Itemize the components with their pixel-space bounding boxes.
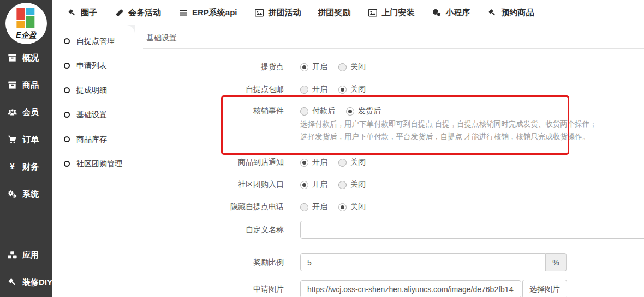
field-label: 自定义名称 bbox=[135, 225, 284, 235]
image-icon bbox=[368, 8, 378, 17]
title-divider bbox=[143, 48, 644, 49]
radio-option-off[interactable]: 关闭 bbox=[338, 62, 366, 72]
free-shipping-radio-group: 开启 关闭 bbox=[300, 84, 366, 94]
reward-ratio-input[interactable] bbox=[300, 253, 546, 271]
radio-icon bbox=[338, 86, 347, 94]
radio-option-after-payment[interactable]: 付款后 bbox=[300, 106, 335, 116]
form-row-apply-image: 申请图片 选择图片 bbox=[135, 280, 567, 297]
settings-panel: 基础设置 提货点 开启 关闭 自提点包邮 开启 关闭 核销事件 bbox=[135, 25, 644, 297]
radio-option-off[interactable]: 关闭 bbox=[338, 180, 366, 190]
radio-option-on[interactable]: 开启 bbox=[300, 202, 327, 212]
hide-phone-radio-group: 开启 关闭 bbox=[300, 202, 366, 212]
sidebar-item-finance[interactable]: ¥ 财务 bbox=[0, 153, 52, 180]
logo-pinwheel-icon bbox=[13, 7, 39, 29]
cart-icon bbox=[7, 135, 17, 144]
sidebar-item-orders[interactable]: 订单 bbox=[0, 126, 52, 153]
form-row-reward-ratio: 奖励比例 % bbox=[135, 253, 567, 271]
form-row-hide-phone: 隐藏自提点电话 开启 关闭 bbox=[135, 202, 366, 213]
form-row-custom-name: 自定义名称 bbox=[135, 221, 644, 239]
radio-option-off[interactable]: 关闭 bbox=[338, 84, 366, 94]
sidebar-item-overview[interactable]: 概况 bbox=[0, 44, 52, 71]
gavel-icon bbox=[67, 8, 77, 17]
sidebar-item-products[interactable]: 商品 bbox=[0, 71, 52, 99]
submenu-item-apply-list[interactable]: 申请列表 bbox=[52, 53, 135, 78]
sidebar-item-system[interactable]: 系统 bbox=[0, 180, 52, 208]
archive-icon bbox=[7, 81, 17, 90]
radio-option-on[interactable]: 开启 bbox=[300, 62, 327, 72]
radio-icon bbox=[300, 63, 308, 71]
radio-option-after-shipping[interactable]: 发货后 bbox=[346, 106, 381, 116]
submenu-item-community-groupon-management[interactable]: 社区团购管理 bbox=[52, 151, 135, 176]
circle-o-icon bbox=[64, 161, 70, 167]
topnav-item-groupon-reward[interactable]: 拼团奖励 bbox=[318, 8, 351, 18]
submenu-item-pickup-point-management[interactable]: 自提点管理 bbox=[52, 29, 135, 53]
circle-o-icon bbox=[64, 38, 70, 44]
radio-icon bbox=[338, 181, 347, 189]
field-label: 隐藏自提点电话 bbox=[135, 202, 284, 212]
yen-icon: ¥ bbox=[7, 162, 17, 172]
circle-o-icon bbox=[64, 136, 70, 142]
field-label: 提货点 bbox=[135, 62, 284, 72]
sidebar-item-apps[interactable]: 应用 bbox=[0, 241, 52, 269]
list-icon bbox=[178, 8, 188, 17]
circle-o-icon bbox=[64, 112, 70, 118]
users-icon bbox=[7, 108, 17, 117]
choose-image-button[interactable]: 选择图片 bbox=[522, 280, 567, 297]
radio-icon bbox=[338, 159, 347, 167]
top-nav: 圈子 会务活动 ERP系统api 拼团活动 拼团奖励 上门安装 小程序 bbox=[52, 0, 644, 25]
radio-icon bbox=[338, 63, 347, 71]
topnav-item-conference[interactable]: 会务活动 bbox=[114, 8, 161, 18]
field-label: 申请图片 bbox=[135, 284, 284, 294]
gavel-icon bbox=[487, 8, 498, 17]
admin-screen: E企盈 概况 商品 会员 订单 ¥ 财务 bbox=[0, 0, 644, 297]
custom-name-input[interactable] bbox=[300, 221, 644, 239]
link-icon bbox=[114, 8, 124, 17]
secondary-sidebar: 自提点管理 申请列表 提成明细 基础设置 商品库存 社区团购管理 bbox=[52, 25, 135, 297]
topnav-item-reserve-product[interactable]: 预约商品 bbox=[487, 8, 534, 18]
primary-sidebar: E企盈 概况 商品 会员 订单 ¥ 财务 bbox=[0, 0, 52, 297]
field-label: 自提点包邮 bbox=[135, 84, 284, 94]
verification-event-help-text: 选择付款后，用户下单付款即可到自提点 自提，自提点核销同时完成发货、收货两个操作… bbox=[300, 118, 597, 143]
submenu-item-basic-settings[interactable]: 基础设置 bbox=[52, 102, 135, 127]
field-label: 核销事件 bbox=[135, 106, 284, 116]
sidebar-item-members[interactable]: 会员 bbox=[0, 99, 52, 126]
form-row-arrival-notice: 商品到店通知 开启 关闭 bbox=[135, 157, 366, 168]
topnav-item-erp-api[interactable]: ERP系统api bbox=[178, 8, 237, 18]
form-row-community-entry: 社区团购入口 开启 关闭 bbox=[135, 179, 366, 190]
radio-icon bbox=[300, 86, 308, 94]
radio-option-off[interactable]: 关闭 bbox=[338, 202, 366, 212]
radio-option-on[interactable]: 开启 bbox=[300, 157, 327, 167]
radio-option-on[interactable]: 开启 bbox=[300, 180, 327, 190]
cogs-icon bbox=[7, 190, 17, 199]
submenu-item-product-stock[interactable]: 商品库存 bbox=[52, 127, 135, 151]
sidebar-item-decorate-diy[interactable]: 装修DIY bbox=[0, 269, 52, 296]
wechat-icon bbox=[432, 8, 442, 17]
brand-logo: E企盈 bbox=[5, 3, 47, 44]
radio-option-off[interactable]: 关闭 bbox=[338, 157, 366, 167]
workspace: 自提点管理 申请列表 提成明细 基础设置 商品库存 社区团购管理 bbox=[52, 25, 644, 297]
menu-gap bbox=[0, 208, 52, 241]
image-icon bbox=[254, 8, 265, 17]
submenu-item-commission-detail[interactable]: 提成明细 bbox=[52, 78, 135, 102]
radio-option-on[interactable]: 开启 bbox=[300, 84, 327, 94]
radio-icon bbox=[346, 107, 354, 116]
community-entry-radio-group: 开启 关闭 bbox=[300, 180, 366, 190]
verification-event-radio-group: 付款后 发货后 bbox=[300, 106, 381, 116]
field-label: 社区团购入口 bbox=[135, 180, 284, 190]
pickup-point-radio-group: 开启 关闭 bbox=[300, 62, 366, 72]
gavel-icon bbox=[7, 278, 17, 287]
radio-icon bbox=[300, 159, 308, 167]
topnav-item-circle[interactable]: 圈子 bbox=[67, 8, 97, 18]
apply-image-url-input[interactable] bbox=[300, 280, 521, 297]
form-row-verification-event: 核销事件 付款后 发货后 bbox=[135, 106, 381, 117]
reward-ratio-input-group: % bbox=[300, 253, 567, 271]
topnav-item-door-install[interactable]: 上门安装 bbox=[368, 8, 415, 18]
topnav-item-groupon-activity[interactable]: 拼团活动 bbox=[254, 8, 301, 18]
field-label: 商品到店通知 bbox=[135, 157, 284, 167]
brand-name: E企盈 bbox=[5, 31, 47, 40]
topnav-item-mini-program[interactable]: 小程序 bbox=[432, 8, 470, 18]
radio-icon bbox=[300, 107, 308, 116]
field-label: 奖励比例 bbox=[135, 258, 284, 268]
radio-icon bbox=[338, 203, 347, 211]
radio-icon bbox=[300, 203, 308, 211]
